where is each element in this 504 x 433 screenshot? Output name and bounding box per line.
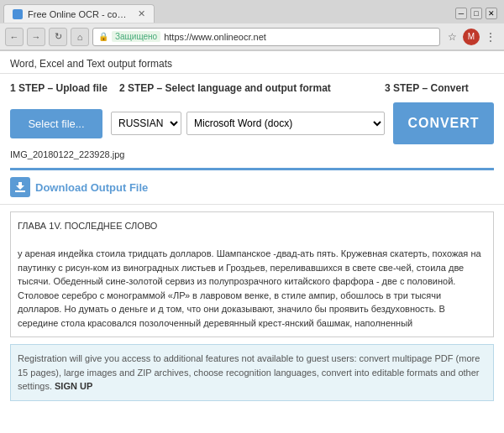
toolbar: ← → ↻ ⌂ 🔒 Защищено https://www.onlineocr…	[0, 23, 504, 50]
refresh-icon: ↻	[55, 31, 62, 42]
registration-notice: Registration will give you access to add…	[10, 344, 494, 401]
back-icon: ←	[10, 32, 19, 42]
convert-button[interactable]: CONVERT	[393, 102, 494, 144]
svg-rect-0	[15, 190, 25, 192]
address-bar[interactable]: 🔒 Защищено https://www.onlineocr.net	[92, 28, 440, 46]
format-select[interactable]: Microsoft Word (docx)	[186, 112, 385, 135]
sign-up-link[interactable]: SIGN UP	[55, 381, 92, 391]
home-button[interactable]: ⌂	[71, 28, 89, 46]
tab-bar: Free Online OCR - conv... ✕ ─ □ ✕	[0, 0, 504, 23]
select-file-button[interactable]: Select file...	[10, 109, 102, 138]
steps-labels-row: 1 STEP – Upload file 2 STEP – Select lan…	[10, 82, 494, 94]
steps-container: 1 STEP – Upload file 2 STEP – Select lan…	[0, 74, 504, 168]
controls-row: Select file... RUSSIAN Microsoft Word (d…	[10, 102, 494, 144]
lock-icon: 🔒	[98, 32, 108, 41]
download-icon-box	[10, 177, 30, 197]
top-text-label: Word, Excel and Text output formats	[10, 58, 172, 70]
step2-label-area: 2 STEP – Select language and output form…	[119, 82, 385, 94]
step1-label: 1 STEP – Upload file	[10, 82, 108, 94]
tab-title: Free Online OCR - conv...	[28, 9, 129, 19]
language-select[interactable]: RUSSIAN	[111, 112, 181, 135]
maximize-button[interactable]: □	[470, 8, 482, 19]
step3-label: 3 STEP – Convert	[385, 82, 469, 94]
download-icon	[14, 181, 26, 193]
step1-label-area: 1 STEP – Upload file	[10, 82, 119, 94]
profile-icon[interactable]: M	[463, 29, 480, 45]
menu-icon[interactable]: ⋮	[482, 29, 499, 45]
step2-label: 2 STEP – Select language and output form…	[119, 82, 331, 94]
output-text-content: ГЛАВА 1V. ПОСЛЕДНЕЕ СЛОВО у ареная индей…	[18, 219, 486, 330]
active-tab[interactable]: Free Online OCR - conv... ✕	[3, 4, 155, 23]
page-content: Word, Excel and Text output formats 1 ST…	[0, 51, 504, 433]
tab-favicon	[13, 9, 23, 19]
browser-chrome: Free Online OCR - conv... ✕ ─ □ ✕ ← → ↻ …	[0, 0, 504, 51]
file-name: IMG_20180122_223928.jpg	[10, 149, 494, 159]
toolbar-right: ☆ M ⋮	[444, 29, 499, 45]
dropdowns-container: RUSSIAN Microsoft Word (docx)	[111, 112, 385, 135]
window-controls: ─ □ ✕	[455, 8, 501, 19]
forward-icon: →	[32, 32, 41, 42]
page-top-text: Word, Excel and Text output formats	[0, 51, 504, 74]
close-button[interactable]: ✕	[486, 8, 497, 19]
download-section: Download Output File	[0, 170, 504, 205]
secure-label: Защищено	[112, 31, 160, 42]
home-icon: ⌂	[77, 32, 83, 42]
download-link[interactable]: Download Output File	[35, 181, 148, 194]
back-button[interactable]: ←	[5, 28, 24, 46]
minimize-button[interactable]: ─	[455, 8, 467, 19]
profile-letter: M	[468, 32, 475, 41]
forward-button[interactable]: →	[27, 28, 45, 46]
step3-label-area: 3 STEP – Convert	[385, 82, 494, 94]
bookmark-icon[interactable]: ☆	[444, 29, 460, 45]
refresh-button[interactable]: ↻	[49, 28, 67, 46]
text-output-area[interactable]: ГЛАВА 1V. ПОСЛЕДНЕЕ СЛОВО у ареная индей…	[10, 211, 494, 337]
tab-close-icon[interactable]: ✕	[138, 8, 145, 19]
address-text: https://www.onlineocr.net	[164, 32, 434, 42]
